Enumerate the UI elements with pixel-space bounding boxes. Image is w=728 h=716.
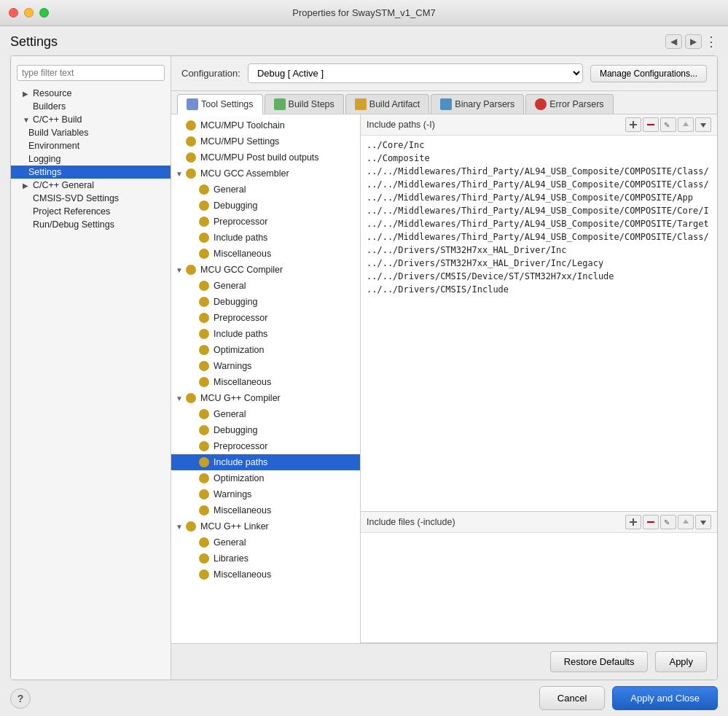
tab-error-parsers[interactable]: Error Parsers	[525, 94, 613, 114]
tree-item-gcc-comp-include[interactable]: Include paths	[171, 326, 360, 342]
tree-item-gcc-comp-warnings-label: Warnings	[214, 361, 251, 371]
gear-icon	[199, 249, 209, 259]
tab-tool-settings[interactable]: Tool Settings	[177, 94, 263, 114]
list-item[interactable]: ../../Drivers/STM32H7xx_HAL_Driver/Inc/L…	[361, 257, 717, 270]
tree-item-gcc-asm-misc[interactable]: Miscellaneous	[171, 246, 360, 262]
tree-item-gcc-comp-general[interactable]: General	[171, 278, 360, 294]
list-item[interactable]: ../../Middlewares/Third_Party/AL94_USB_C…	[361, 204, 717, 217]
tree-item-mcu-gpp-compiler[interactable]: ▼ MCU G++ Compiler	[171, 390, 360, 406]
tree-item-gpp-comp-general[interactable]: General	[171, 406, 360, 422]
apply-and-close-button[interactable]: Apply and Close	[612, 686, 718, 710]
filter-input[interactable]	[17, 65, 165, 81]
tree-item-gpp-comp-include[interactable]: Include paths	[171, 454, 360, 470]
add-include-file-button[interactable]	[625, 515, 641, 529]
tree-item-gcc-comp-debugging-label: Debugging	[214, 297, 257, 307]
edit-include-path-button[interactable]: ✎	[660, 117, 676, 132]
move-up-include-file-button[interactable]	[678, 515, 694, 529]
tab-binary-parsers[interactable]: Binary Parsers	[431, 94, 524, 114]
tree-item-mcu-gcc-compiler[interactable]: ▼ MCU GCC Compiler	[171, 262, 360, 278]
tree-item-gcc-asm-preprocessor[interactable]: Preprocessor	[171, 214, 360, 230]
sidebar-item-build-variables[interactable]: Build Variables	[11, 126, 171, 139]
sidebar-item-resource[interactable]: ▶ Resource	[11, 87, 171, 100]
tree-item-gpp-link-libraries[interactable]: Libraries	[171, 550, 360, 567]
add-include-path-button[interactable]	[625, 117, 641, 132]
tree-item-gpp-comp-misc[interactable]: Miscellaneous	[171, 502, 360, 518]
move-up-include-path-button[interactable]	[678, 117, 694, 132]
tree-item-gcc-asm-debugging[interactable]: Debugging	[171, 198, 360, 214]
list-item[interactable]: ../../Middlewares/Third_Party/AL94_USB_C…	[361, 230, 717, 244]
tree-item-gpp-link-misc[interactable]: Miscellaneous	[171, 567, 360, 583]
sidebar-item-project-refs[interactable]: Project References	[11, 205, 171, 218]
sidebar-item-run-debug[interactable]: Run/Debug Settings	[11, 218, 171, 231]
move-down-include-path-button[interactable]	[695, 117, 711, 132]
list-item[interactable]: ../../Drivers/CMSIS/Device/ST/STM32H7xx/…	[361, 270, 717, 283]
apply-button[interactable]: Apply	[655, 651, 707, 672]
tree-item-gpp-link-general[interactable]: General	[171, 534, 360, 550]
edit-include-file-button[interactable]: ✎	[660, 515, 676, 529]
tree-item-gpp-comp-debugging[interactable]: Debugging	[171, 422, 360, 438]
tree-item-gcc-comp-misc[interactable]: Miscellaneous	[171, 374, 360, 390]
tree-item-mcu-settings[interactable]: MCU/MPU Settings	[171, 133, 360, 149]
list-item[interactable]: ../../Middlewares/Third_Party/AL94_USB_C…	[361, 217, 717, 230]
tree-item-gpp-comp-warnings[interactable]: Warnings	[171, 486, 360, 502]
sidebar-item-builders[interactable]: Builders	[11, 100, 171, 113]
forward-button[interactable]: ▶	[685, 34, 702, 49]
tree-item-mcu-gcc-assembler[interactable]: ▼ MCU GCC Assembler	[171, 166, 360, 182]
tree-item-gcc-comp-preprocessor[interactable]: Preprocessor	[171, 310, 360, 326]
tree-item-gcc-comp-debugging[interactable]: Debugging	[171, 294, 360, 310]
gear-icon	[186, 265, 196, 275]
gear-icon	[199, 505, 209, 515]
sidebar-item-cpp-general[interactable]: ▶ C/C++ General	[11, 179, 171, 192]
more-options-button[interactable]: ⋮	[705, 34, 718, 50]
tree-item-gcc-asm-include[interactable]: Include paths	[171, 230, 360, 246]
gear-icon	[199, 473, 209, 483]
sidebar-item-cmsis-svd[interactable]: CMSIS-SVD Settings	[11, 192, 171, 205]
tree-item-gpp-comp-preprocessor[interactable]: Preprocessor	[171, 438, 360, 454]
restore-defaults-button[interactable]: Restore Defaults	[550, 651, 649, 672]
list-item[interactable]: ../../Middlewares/Third_Party/AL94_USB_C…	[361, 178, 717, 191]
delete-include-path-button[interactable]	[643, 117, 659, 132]
config-select[interactable]: Debug [ Active ]	[248, 63, 583, 83]
delete-include-file-button[interactable]	[643, 515, 659, 529]
back-button[interactable]: ◀	[665, 34, 682, 49]
sidebar-item-logging[interactable]: Logging	[11, 152, 171, 166]
gear-icon	[186, 152, 196, 163]
sidebar-item-builders-label: Builders	[33, 101, 66, 112]
tree-item-gcc-asm-include-label: Include paths	[214, 233, 267, 243]
help-button[interactable]: ?	[10, 688, 31, 709]
list-item[interactable]: ../../Drivers/STM32H7xx_HAL_Driver/Inc	[361, 244, 717, 257]
list-item[interactable]: ../../Middlewares/Third_Party/AL94_USB_C…	[361, 165, 717, 178]
tree-item-mcu-gpp-linker[interactable]: ▼ MCU G++ Linker	[171, 518, 360, 534]
sidebar-item-cpp-build[interactable]: ▼ C/C++ Build	[11, 113, 171, 126]
manage-configurations-button[interactable]: Manage Configurations...	[590, 65, 707, 82]
gear-icon	[199, 329, 209, 339]
move-down-include-file-button[interactable]	[695, 515, 711, 529]
tree-item-gpp-comp-optimization[interactable]: Optimization	[171, 470, 360, 486]
tab-build-steps[interactable]: Build Steps	[265, 94, 344, 114]
sidebar-item-settings[interactable]: Settings	[11, 166, 171, 179]
tab-build-artifact[interactable]: Build Artifact	[345, 94, 429, 114]
tree-item-gcc-comp-optimization[interactable]: Optimization	[171, 342, 360, 358]
gear-icon	[199, 345, 209, 355]
tree-item-gpp-comp-warnings-label: Warnings	[214, 489, 251, 499]
sidebar-item-settings-label: Settings	[28, 167, 61, 177]
minimize-button[interactable]	[24, 8, 34, 17]
nav-icons: ◀ ▶ ⋮	[665, 34, 718, 50]
tree-item-gcc-comp-warnings[interactable]: Warnings	[171, 358, 360, 374]
title-bar: Properties for SwaySTM_v1_CM7	[0, 0, 728, 26]
sidebar-item-environment[interactable]: Environment	[11, 139, 171, 152]
list-item[interactable]: ../Composite	[361, 152, 717, 165]
list-item[interactable]: ../Core/Inc	[361, 139, 717, 152]
close-button[interactable]	[9, 8, 18, 17]
list-item[interactable]: ../../Drivers/CMSIS/Include	[361, 283, 717, 296]
list-item[interactable]: ../../Middlewares/Third_Party/AL94_USB_C…	[361, 191, 717, 204]
gear-icon	[199, 217, 209, 227]
window-controls[interactable]	[9, 8, 49, 17]
maximize-button[interactable]	[39, 8, 49, 17]
cancel-button[interactable]: Cancel	[539, 686, 605, 710]
tree-item-gcc-comp-general-label: General	[214, 281, 246, 291]
tab-tool-settings-label: Tool Settings	[201, 99, 254, 109]
tree-item-mcu-post-build[interactable]: MCU/MPU Post build outputs	[171, 149, 360, 166]
tree-item-gcc-asm-general[interactable]: General	[171, 182, 360, 198]
tree-item-mcu-toolchain[interactable]: MCU/MPU Toolchain	[171, 117, 360, 133]
